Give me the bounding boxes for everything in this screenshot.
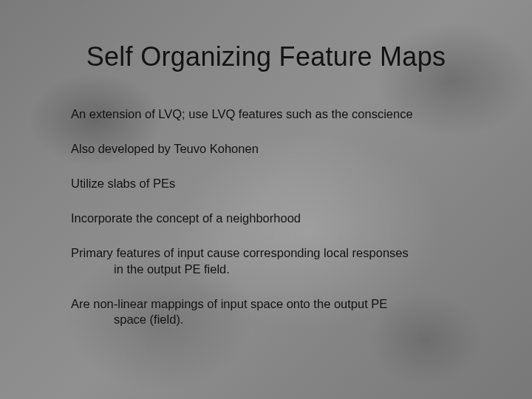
bullet-text-cont: space (field). [71, 312, 480, 327]
slide-title: Self Organizing Feature Maps [0, 41, 532, 72]
bullet-item: An extension of LVQ; use LVQ features su… [71, 106, 480, 122]
slide: Self Organizing Feature Maps An extensio… [0, 0, 532, 399]
bullet-text: Primary features of input cause correspo… [71, 245, 480, 261]
slide-body: An extension of LVQ; use LVQ features su… [71, 106, 480, 347]
bullet-text: Also developed by Teuvo Kohonen [71, 141, 480, 157]
bullet-item: Utilize slabs of PEs [71, 176, 480, 191]
bullet-text: An extension of LVQ; use LVQ features su… [71, 106, 480, 122]
bullet-item: Also developed by Teuvo Kohonen [71, 141, 480, 157]
bullet-item: Are non-linear mappings of input space o… [71, 296, 480, 327]
bullet-item: Incorporate the concept of a neighborhoo… [71, 211, 480, 226]
bullet-text: Incorporate the concept of a neighborhoo… [71, 211, 480, 226]
bullet-text: Are non-linear mappings of input space o… [71, 296, 480, 312]
bullet-item: Primary features of input cause correspo… [71, 245, 480, 276]
bullet-text: Utilize slabs of PEs [71, 176, 480, 191]
bullet-text-cont: in the output PE field. [71, 262, 480, 277]
